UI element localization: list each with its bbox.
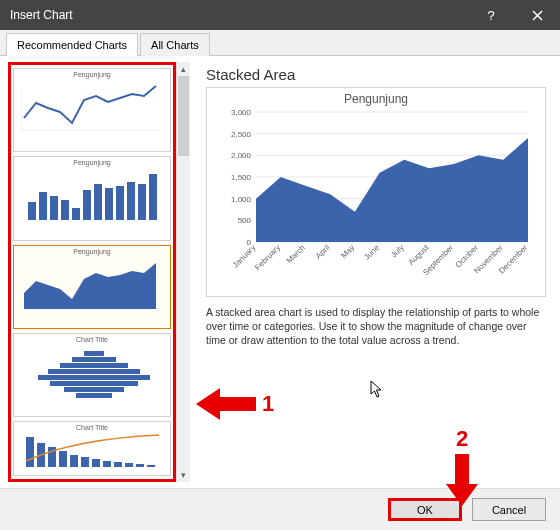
svg-text:July: July <box>389 243 405 259</box>
svg-rect-4 <box>28 202 36 220</box>
tab-strip: Recommended Charts All Charts <box>0 30 560 56</box>
svg-rect-18 <box>72 357 116 362</box>
close-icon <box>532 10 543 21</box>
chart-description: A stacked area chart is used to display … <box>206 305 546 348</box>
svg-rect-31 <box>92 459 100 467</box>
svg-rect-15 <box>149 174 157 220</box>
svg-rect-6 <box>50 196 58 220</box>
svg-rect-5 <box>39 192 47 220</box>
thumb-title: Pengunjung <box>14 157 170 166</box>
area-chart-preview-svg: 05001,0001,5002,0002,5003,000JanuaryFebr… <box>216 106 536 286</box>
annotation-arrow-2: 2 <box>442 426 482 506</box>
dialog-content: Pengunjung Pengunjung <box>0 56 560 488</box>
svg-rect-34 <box>125 463 133 467</box>
svg-marker-51 <box>256 138 528 242</box>
svg-rect-23 <box>64 387 124 392</box>
thumb-title: Chart Title <box>14 334 170 343</box>
mouse-cursor-icon <box>370 380 384 401</box>
chart-title: Pengunjung <box>344 88 408 106</box>
bar-chart-icon <box>14 166 174 230</box>
pareto-chart-icon <box>14 431 174 471</box>
thumb-line-chart[interactable]: Pengunjung <box>13 68 171 152</box>
svg-rect-12 <box>116 186 124 220</box>
svg-rect-20 <box>48 369 140 374</box>
titlebar: Insert Chart ? <box>0 0 560 30</box>
scroll-up-icon: ▴ <box>181 64 186 74</box>
svg-rect-22 <box>50 381 138 386</box>
thumb-pareto-chart[interactable]: Chart Title <box>13 421 171 476</box>
arrow-left-icon <box>196 384 256 424</box>
svg-rect-9 <box>83 190 91 220</box>
tab-recommended[interactable]: Recommended Charts <box>6 33 138 56</box>
svg-rect-19 <box>60 363 128 368</box>
area-chart-icon <box>14 255 174 319</box>
svg-rect-28 <box>59 451 67 467</box>
svg-rect-30 <box>81 457 89 467</box>
thumb-title: Chart Title <box>14 422 170 431</box>
svg-text:2,000: 2,000 <box>231 151 252 160</box>
svg-rect-11 <box>105 188 113 220</box>
svg-marker-64 <box>196 388 256 420</box>
svg-rect-17 <box>84 351 104 356</box>
svg-marker-65 <box>446 454 478 506</box>
svg-text:June: June <box>362 243 381 262</box>
line-chart-icon <box>14 78 174 142</box>
svg-rect-32 <box>103 461 111 467</box>
thumb-bar-chart[interactable]: Pengunjung <box>13 156 171 240</box>
svg-rect-24 <box>76 393 112 398</box>
svg-text:May: May <box>339 243 356 260</box>
svg-rect-29 <box>70 455 78 467</box>
funnel-chart-icon <box>14 343 174 407</box>
tab-all-charts[interactable]: All Charts <box>140 33 210 56</box>
thumb-title: Pengunjung <box>14 69 170 78</box>
svg-rect-35 <box>136 464 144 467</box>
svg-rect-7 <box>61 200 69 220</box>
svg-text:3,000: 3,000 <box>231 108 252 117</box>
svg-rect-8 <box>72 208 80 220</box>
window-title: Insert Chart <box>10 8 468 22</box>
svg-text:500: 500 <box>238 216 252 225</box>
arrow-down-icon <box>442 454 482 506</box>
svg-text:April: April <box>314 243 332 261</box>
svg-text:2,500: 2,500 <box>231 130 252 139</box>
recommended-thumbnails-list: Pengunjung Pengunjung <box>8 62 176 482</box>
svg-rect-25 <box>26 437 34 467</box>
annotation-arrow-1: 1 <box>196 384 274 424</box>
annotation-number-2: 2 <box>456 426 468 452</box>
close-button[interactable] <box>514 0 560 30</box>
svg-rect-36 <box>147 465 155 467</box>
svg-text:March: March <box>285 243 307 265</box>
scroll-down-icon: ▾ <box>181 470 186 480</box>
svg-rect-13 <box>127 182 135 220</box>
thumb-title: Pengunjung <box>14 246 170 255</box>
thumb-funnel-chart[interactable]: Chart Title <box>13 333 171 417</box>
svg-rect-14 <box>138 184 146 220</box>
annotation-number-1: 1 <box>262 391 274 417</box>
chart-preview[interactable]: Pengunjung 05001,0001,5002,0002,5003,000… <box>206 87 546 297</box>
thumb-area-chart[interactable]: Pengunjung <box>13 245 171 329</box>
svg-rect-10 <box>94 184 102 220</box>
svg-marker-16 <box>24 263 156 309</box>
cancel-button[interactable]: Cancel <box>472 498 546 521</box>
chart-type-name: Stacked Area <box>206 66 546 83</box>
svg-text:1,500: 1,500 <box>231 173 252 182</box>
svg-text:1,000: 1,000 <box>231 195 252 204</box>
svg-rect-33 <box>114 462 122 467</box>
thumbnails-scrollbar[interactable]: ▴ ▾ <box>176 62 190 482</box>
svg-text:February: February <box>253 243 282 272</box>
svg-rect-21 <box>38 375 150 380</box>
help-button[interactable]: ? <box>468 0 514 30</box>
